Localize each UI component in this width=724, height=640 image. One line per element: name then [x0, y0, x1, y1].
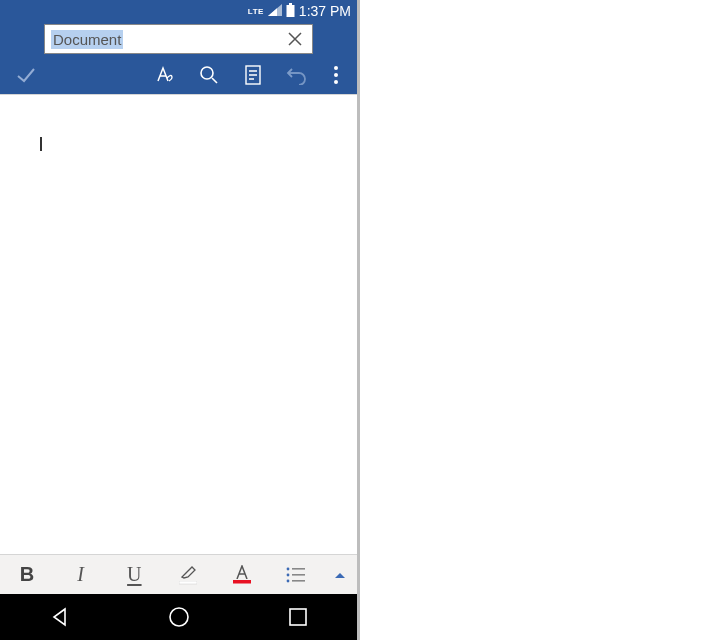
- font-color-button[interactable]: [215, 555, 269, 595]
- nav-home-button[interactable]: [144, 594, 214, 640]
- chevron-up-icon: [334, 571, 346, 579]
- android-nav-bar: [0, 594, 357, 640]
- search-icon: [199, 65, 219, 85]
- document-canvas[interactable]: [0, 94, 357, 554]
- svg-point-15: [170, 608, 188, 626]
- svg-point-9: [286, 567, 289, 570]
- nav-recent-button[interactable]: [263, 594, 333, 640]
- font-color-icon: [233, 565, 251, 584]
- svg-point-11: [286, 579, 289, 582]
- phone-frame: LTE 1:37 PM Document: [0, 0, 360, 640]
- undo-button[interactable]: [275, 56, 319, 94]
- svg-rect-16: [290, 609, 306, 625]
- app-toolbar: [0, 56, 357, 94]
- italic-button[interactable]: I: [54, 555, 108, 595]
- svg-rect-1: [286, 5, 294, 17]
- font-icon: [154, 64, 176, 86]
- text-cursor: [40, 137, 42, 151]
- reading-view-button[interactable]: [231, 56, 275, 94]
- format-toolbar: B I U: [0, 554, 357, 594]
- document-title-text: Document: [51, 30, 123, 49]
- check-icon: [15, 64, 37, 86]
- confirm-button[interactable]: [4, 56, 48, 94]
- nav-back-button[interactable]: [25, 594, 95, 640]
- search-button[interactable]: [187, 56, 231, 94]
- network-indicator: LTE: [248, 7, 264, 16]
- svg-point-6: [334, 80, 338, 84]
- svg-point-10: [286, 573, 289, 576]
- more-vertical-icon: [333, 65, 339, 85]
- svg-point-4: [334, 66, 338, 70]
- document-title-field[interactable]: Document: [44, 24, 313, 54]
- underline-button[interactable]: U: [107, 555, 161, 595]
- close-icon: [286, 30, 304, 48]
- svg-rect-13: [292, 574, 305, 576]
- svg-rect-0: [289, 3, 292, 5]
- back-triangle-icon: [50, 607, 70, 627]
- list-icon: [286, 567, 306, 583]
- expand-format-button[interactable]: [322, 555, 357, 595]
- status-bar: LTE 1:37 PM: [0, 0, 357, 22]
- font-format-button[interactable]: [143, 56, 187, 94]
- svg-rect-14: [292, 580, 305, 582]
- home-circle-icon: [168, 606, 190, 628]
- undo-icon: [286, 65, 308, 85]
- recent-square-icon: [289, 608, 307, 626]
- svg-rect-12: [292, 568, 305, 570]
- svg-rect-7: [179, 581, 197, 584]
- page-icon: [244, 65, 262, 85]
- clock-text: 1:37 PM: [299, 3, 351, 19]
- title-bar: Document: [0, 22, 357, 56]
- svg-point-5: [334, 73, 338, 77]
- highlighter-icon: [179, 564, 197, 585]
- svg-point-2: [201, 67, 213, 79]
- svg-rect-8: [233, 580, 251, 584]
- bullet-list-button[interactable]: [269, 555, 323, 595]
- clear-title-button[interactable]: [284, 28, 306, 50]
- bold-button[interactable]: B: [0, 555, 54, 595]
- highlight-button[interactable]: [161, 555, 215, 595]
- more-menu-button[interactable]: [319, 56, 353, 94]
- battery-icon: [286, 3, 295, 20]
- signal-icon: [268, 4, 282, 19]
